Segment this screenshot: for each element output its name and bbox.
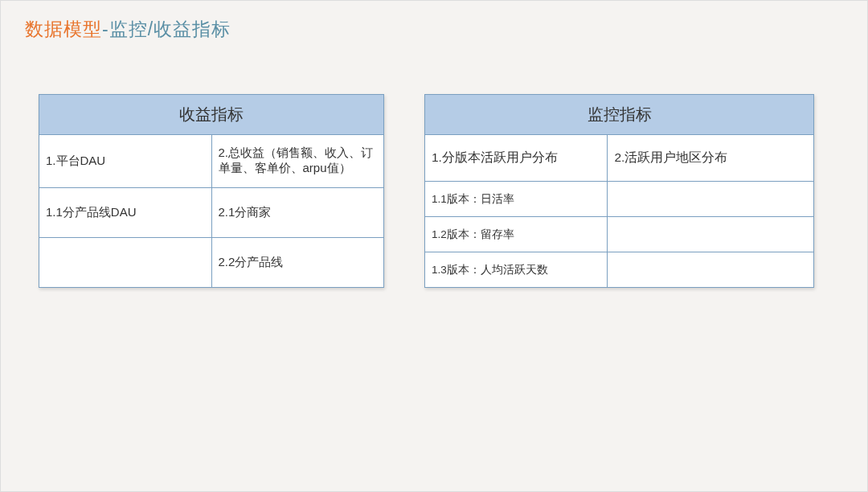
cell: 1.2版本：留存率	[425, 217, 608, 252]
cell	[39, 237, 212, 287]
monitor-metrics-table: 监控指标 1.分版本活跃用户分布 2.活跃用户地区分布 1.1版本：日活率 1.…	[424, 94, 814, 288]
cell: 2.1分商家	[211, 187, 384, 237]
table-row: 1.平台DAU 2.总收益（销售额、收入、订单量、客单价、arpu值）	[39, 135, 384, 188]
table-row: 1.1版本：日活率	[425, 182, 814, 217]
cell: 2.活跃用户地区分布	[608, 135, 814, 182]
table-row: 1.3版本：人均活跃天数	[425, 252, 814, 288]
monitor-table-header: 监控指标	[425, 95, 814, 135]
cell	[608, 252, 814, 288]
cell: 1.分版本活跃用户分布	[425, 135, 608, 182]
table-row: 1.分版本活跃用户分布 2.活跃用户地区分布	[425, 135, 814, 182]
cell: 2.总收益（销售额、收入、订单量、客单价、arpu值）	[211, 135, 384, 188]
table-row: 1.1分产品线DAU 2.1分商家	[39, 187, 384, 237]
cell: 2.2分产品线	[211, 237, 384, 287]
revenue-table-header: 收益指标	[39, 95, 384, 135]
table-row: 1.2版本：留存率	[425, 217, 814, 252]
cell: 1.平台DAU	[39, 135, 212, 188]
title-part-1: 数据模型	[25, 18, 102, 39]
title-separator: -	[102, 18, 109, 39]
table-row: 2.2分产品线	[39, 237, 384, 287]
tables-container: 收益指标 1.平台DAU 2.总收益（销售额、收入、订单量、客单价、arpu值）…	[25, 94, 843, 288]
cell	[608, 182, 814, 217]
page-title: 数据模型-监控/收益指标	[25, 17, 843, 42]
revenue-metrics-table: 收益指标 1.平台DAU 2.总收益（销售额、收入、订单量、客单价、arpu值）…	[39, 94, 384, 288]
cell: 1.3版本：人均活跃天数	[425, 252, 608, 288]
cell	[608, 217, 814, 252]
title-part-2: 监控/收益指标	[109, 18, 231, 39]
cell: 1.1版本：日活率	[425, 182, 608, 217]
cell: 1.1分产品线DAU	[39, 187, 212, 237]
slide: 数据模型-监控/收益指标 收益指标 1.平台DAU 2.总收益（销售额、收入、订…	[1, 1, 867, 491]
